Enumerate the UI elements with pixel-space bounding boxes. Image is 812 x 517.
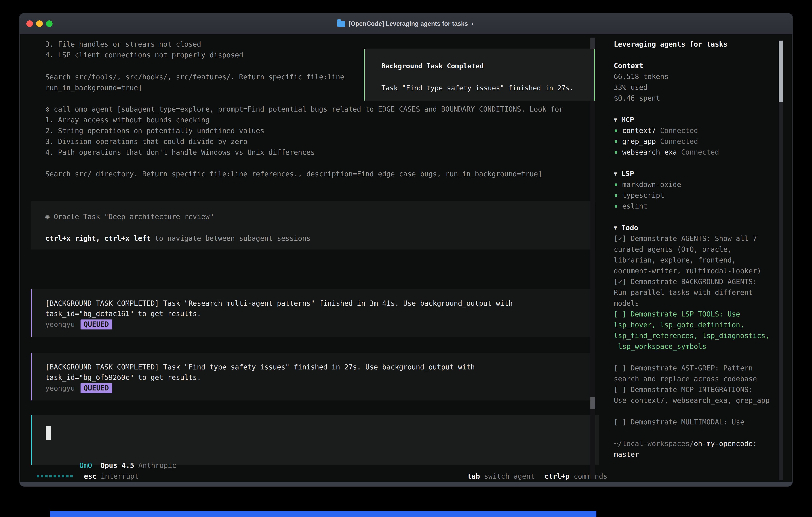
- agent-output-text: Search src/tools/, src/hooks/, src/featu…: [46, 72, 344, 93]
- tab-key-hint: tab: [467, 472, 480, 480]
- mcp-section-toggle[interactable]: ▼ MCP: [614, 114, 776, 125]
- chevron-down-icon: ▼: [614, 114, 621, 125]
- moon-icon: ◐: [471, 21, 475, 27]
- oracle-task-panel: ◉ Oracle Task "Deep architecture review"…: [31, 201, 596, 249]
- todo-item: [ ] Demonstrate MULTIMODAL: Use: [614, 417, 776, 428]
- ctrlp-key-hint: ctrl+p: [544, 472, 570, 480]
- folder-icon: [337, 21, 345, 27]
- mcp-item: websearch_exa Connected: [614, 147, 776, 158]
- context-section: Context 66,518 tokens 33% used $0.46 spe…: [614, 60, 776, 104]
- session-title: Leveraging agents for tasks: [614, 39, 776, 50]
- input-agent-name: OmO: [80, 461, 92, 469]
- tool-call-item: 1. Array access without bounds checking: [46, 114, 563, 125]
- shortcut-hint: to navigate between subagent sessions: [151, 234, 311, 242]
- lsp-section-toggle[interactable]: ▼ LSP: [614, 168, 776, 179]
- minimize-window-button[interactable]: [36, 20, 43, 27]
- activity-dots-icon: [37, 475, 73, 478]
- chevron-down-icon: ▼: [614, 222, 621, 233]
- background-task-message: [BACKGROUND TASK COMPLETED] Task "Resear…: [31, 289, 596, 337]
- context-heading: Context: [614, 60, 776, 71]
- chevron-down-icon: ▼: [614, 168, 621, 179]
- status-dot-icon: [615, 140, 617, 143]
- todo-item: [✓] Demonstrate BACKGROUND AGENTS: Run p…: [614, 276, 776, 309]
- lsp-item: typescript: [614, 190, 776, 201]
- desktop-dock-strip: [50, 511, 597, 517]
- message-author: yeongyu: [46, 321, 75, 328]
- close-window-button[interactable]: [26, 20, 33, 27]
- mcp-item: context7 Connected: [614, 125, 776, 136]
- lsp-section: ▼ LSP markdown-oxide typescript eslint: [614, 168, 776, 212]
- background-task-message: [BACKGROUND TASK COMPLETED] Task "Find t…: [31, 353, 596, 401]
- todo-section: ▼ Todo [✓] Demonstrate AGENTS: Show all …: [614, 222, 776, 428]
- esc-key-hint: esc: [84, 472, 96, 480]
- zoom-window-button[interactable]: [46, 20, 53, 27]
- terminal-main: 3. File handles or streams not closed 4.…: [20, 34, 792, 483]
- mcp-item: grep_app Connected: [614, 136, 776, 147]
- todo-item: [✓] Demonstrate AGENTS: Show all 7 curat…: [614, 233, 776, 276]
- tool-call-item: 4. Path operations that don't handle Win…: [46, 147, 563, 158]
- status-bar: esc interrupt tab switch agent ctrl+p co…: [37, 470, 607, 482]
- prompt-input[interactable]: OmO Opus 4.5 Anthropic: [31, 415, 599, 465]
- status-dot-icon: [615, 129, 617, 132]
- gear-icon: ⚙: [46, 105, 50, 113]
- mcp-section: ▼ MCP context7 Connected grep_app Connec…: [614, 114, 776, 158]
- sidebar: Leveraging agents for tasks Context 66,5…: [614, 34, 776, 487]
- tool-call-item: 2. String operations on potentially unde…: [46, 125, 563, 136]
- toast-body: Task "Find type safety issues" finished …: [381, 82, 574, 93]
- status-badge: QUEUED: [81, 320, 112, 329]
- oracle-task-title: Oracle Task "Deep architecture review": [54, 213, 214, 221]
- status-dot-icon: [615, 205, 617, 208]
- git-branch: master: [614, 449, 776, 460]
- todo-section-toggle[interactable]: ▼ Todo: [614, 222, 776, 233]
- todo-item: [ ] Demonstrate AST-GREP: Pattern search…: [614, 363, 776, 384]
- context-tokens: 66,518 tokens: [614, 71, 776, 82]
- todo-item: [ ] Demonstrate LSP TOOLS: Use lsp_hover…: [614, 309, 776, 352]
- workspace-path: ~/local-workspaces/oh-my-opencode: maste…: [614, 438, 776, 460]
- tool-call-block: ⚙ call_omo_agent [subagent_type=explore,…: [46, 104, 563, 179]
- input-model-name: Opus 4.5: [100, 461, 134, 469]
- lsp-item: eslint: [614, 201, 776, 212]
- context-used: 33% used: [614, 82, 776, 93]
- window-title: [OpenCode] Leveraging agents for tasks: [348, 20, 468, 27]
- tool-call-item: 3. Division operations that could divide…: [46, 136, 563, 147]
- status-dot-icon: [615, 183, 617, 186]
- tool-call-tail: Search src/ directory. Return specific f…: [46, 168, 563, 179]
- status-badge: QUEUED: [81, 383, 112, 393]
- sidebar-scrollbar[interactable]: [779, 40, 783, 480]
- status-dot-icon: [615, 194, 617, 197]
- message-line: [BACKGROUND TASK COMPLETED] Task "Resear…: [46, 298, 513, 309]
- todo-item: [ ] Demonstrate MCP INTEGRATIONS: Use co…: [614, 384, 776, 406]
- app-window: [OpenCode] Leveraging agents for tasks ◐…: [19, 13, 793, 487]
- input-provider-name: Anthropic: [139, 461, 176, 469]
- window-bottom-frame: [20, 482, 792, 486]
- message-line: task_id="bg_dcfac161" to get results.: [46, 308, 201, 319]
- lsp-item: markdown-oxide: [614, 179, 776, 190]
- message-author: yeongyu: [46, 384, 75, 392]
- status-dot-icon: [615, 151, 617, 154]
- titlebar: [OpenCode] Leveraging agents for tasks ◐: [20, 13, 792, 34]
- message-line: [BACKGROUND TASK COMPLETED] Task "Find t…: [46, 362, 475, 373]
- tool-call-line: call_omo_agent [subagent_type=explore, p…: [54, 105, 563, 113]
- text-cursor: [46, 426, 51, 440]
- agent-output-text: 3. File handles or streams not closed 4.…: [46, 39, 243, 60]
- message-line: task_id="bg_6f59260c" to get results.: [46, 372, 201, 383]
- context-spent: $0.46 spent: [614, 93, 776, 104]
- record-icon: ◉: [46, 213, 50, 221]
- main-scrollbar[interactable]: [590, 37, 595, 479]
- shortcut-keys: ctrl+x right, ctrl+x left: [46, 234, 151, 242]
- toast-title: Background Task Completed: [381, 60, 484, 72]
- background-task-toast[interactable]: Background Task Completed Task "Find typ…: [364, 49, 595, 101]
